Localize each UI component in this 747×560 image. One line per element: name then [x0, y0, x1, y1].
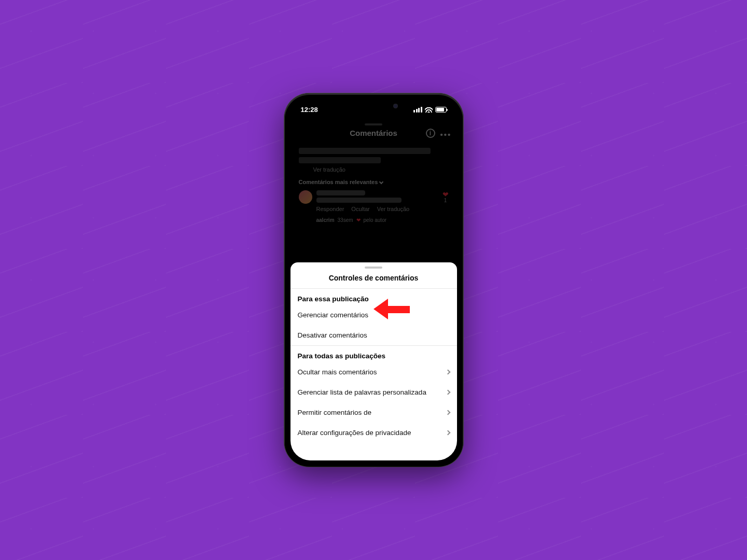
cellular-icon: [413, 107, 422, 113]
phone-screen: 12:28 Comentários i ••• Ver tradução: [290, 100, 457, 460]
battery-icon: [435, 107, 447, 113]
chevron-right-icon: [445, 370, 450, 375]
menu-item-label: Permitir comentários de: [298, 409, 372, 416]
sheet-grabber[interactable]: [365, 267, 382, 269]
hide-more-comments-button[interactable]: Ocultar mais comentários: [290, 362, 457, 382]
status-time: 12:28: [301, 106, 318, 114]
menu-item-label: Gerenciar comentários: [298, 311, 369, 319]
wifi-icon: [425, 107, 433, 113]
privacy-settings-button[interactable]: Alterar configurações de privacidade: [290, 423, 457, 443]
custom-word-list-button[interactable]: Gerenciar lista de palavras personalizad…: [290, 382, 457, 402]
menu-item-label: Gerenciar lista de palavras personalizad…: [298, 388, 426, 396]
section-this-post: Para essa publicação: [290, 289, 457, 305]
manage-comments-button[interactable]: Gerenciar comentários: [290, 305, 457, 325]
menu-item-label: Desativar comentários: [298, 331, 367, 339]
chevron-right-icon: [445, 410, 450, 415]
allow-comments-from-button[interactable]: Permitir comentários de: [290, 402, 457, 423]
sheet-title: Controles de comentários: [290, 271, 457, 289]
disable-comments-button[interactable]: Desativar comentários: [290, 325, 457, 345]
menu-item-label: Alterar configurações de privacidade: [298, 429, 411, 437]
comment-controls-sheet: Controles de comentários Para essa publi…: [290, 262, 457, 460]
phone-mockup: 12:28 Comentários i ••• Ver tradução: [284, 93, 463, 467]
section-all-posts: Para todas as publicações: [290, 346, 457, 362]
status-right: [413, 107, 447, 113]
menu-item-label: Ocultar mais comentários: [298, 368, 377, 376]
chevron-right-icon: [445, 430, 450, 436]
chevron-right-icon: [445, 390, 450, 395]
status-bar: 12:28: [290, 104, 457, 115]
